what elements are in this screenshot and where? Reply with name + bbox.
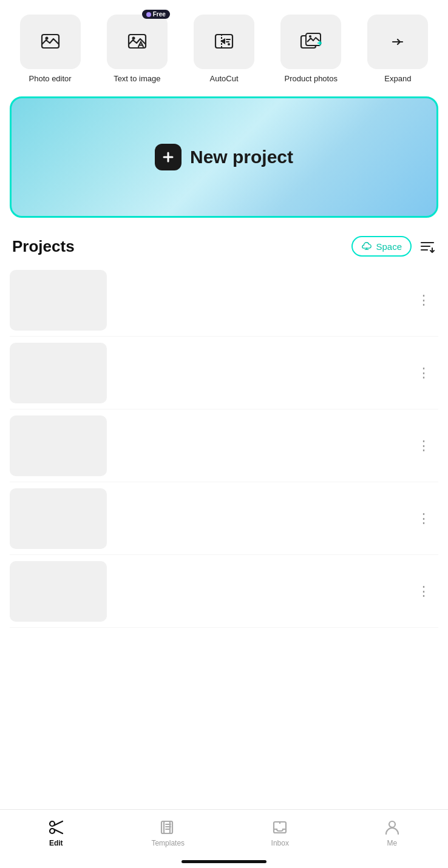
- project-thumbnail-3: [10, 415, 107, 476]
- new-project-label: New project: [190, 147, 293, 167]
- autocut-label: AutoCut: [210, 74, 239, 83]
- expand-icon: [387, 31, 409, 53]
- svg-rect-11: [161, 821, 170, 833]
- project-thumbnail-5: [10, 561, 107, 622]
- expand-icon-box: [367, 15, 428, 69]
- me-icon: [383, 818, 401, 836]
- tool-text-to-image[interactable]: Free Text to image: [97, 15, 177, 83]
- nav-item-templates[interactable]: Templates: [112, 816, 225, 850]
- photo-editor-icon-box: [20, 15, 81, 69]
- table-row: ⋮: [10, 337, 438, 409]
- nav-item-me[interactable]: Me: [336, 816, 449, 850]
- projects-title: Projects: [12, 237, 75, 256]
- product-photos-icon: [300, 31, 322, 53]
- projects-header: Projects Space: [0, 224, 448, 264]
- project-more-button-4[interactable]: ⋮: [412, 507, 436, 530]
- tool-autocut[interactable]: AutoCut: [183, 15, 264, 83]
- nav-item-inbox[interactable]: Inbox: [224, 816, 336, 850]
- product-photos-icon-box: [280, 15, 341, 69]
- photo-editor-label: Photo editor: [29, 74, 72, 83]
- tool-expand[interactable]: Expand: [358, 15, 438, 83]
- cloud-icon: [361, 241, 372, 252]
- project-thumbnail-4: [10, 488, 107, 549]
- text-to-image-icon: [126, 31, 148, 53]
- projects-list: ⋮ ⋮ ⋮ ⋮ ⋮: [0, 264, 448, 628]
- sort-icon: [419, 238, 436, 255]
- table-row: ⋮: [10, 482, 438, 555]
- product-photos-label: Product photos: [284, 74, 337, 83]
- project-more-button-3[interactable]: ⋮: [412, 434, 436, 457]
- space-button-label: Space: [376, 241, 402, 252]
- new-project-section: New project: [0, 90, 448, 224]
- table-row: ⋮: [10, 264, 438, 337]
- svg-point-13: [389, 821, 395, 827]
- svg-point-5: [228, 43, 230, 45]
- autocut-icon: [213, 31, 235, 53]
- space-button[interactable]: Space: [351, 236, 412, 257]
- home-indicator: [182, 860, 266, 863]
- bottom-nav: Edit Templates Inbox Me: [0, 809, 448, 868]
- templates-icon: [159, 818, 177, 836]
- svg-rect-12: [164, 821, 172, 833]
- new-project-button[interactable]: New project: [10, 96, 438, 218]
- autocut-icon-box: [194, 15, 254, 69]
- header-actions: Space: [351, 236, 436, 257]
- table-row: ⋮: [10, 555, 438, 628]
- nav-edit-label: Edit: [49, 839, 63, 847]
- nav-inbox-label: Inbox: [271, 839, 289, 847]
- text-to-image-icon-box: Free: [107, 15, 168, 69]
- expand-label: Expand: [384, 74, 411, 83]
- free-badge: Free: [142, 10, 170, 19]
- tool-photo-editor[interactable]: Photo editor: [10, 15, 90, 83]
- svg-point-8: [309, 35, 311, 38]
- text-to-image-label: Text to image: [114, 74, 160, 83]
- scissors-icon: [47, 818, 65, 836]
- top-toolbar: Photo editor Free Text to image: [0, 0, 448, 90]
- project-thumbnail-2: [10, 343, 107, 403]
- photo-editor-icon: [39, 31, 61, 53]
- svg-point-1: [45, 37, 48, 40]
- sort-button[interactable]: [419, 238, 436, 255]
- inbox-icon: [271, 818, 289, 836]
- tool-product-photos[interactable]: Product photos: [271, 15, 351, 83]
- project-thumbnail-1: [10, 270, 107, 331]
- project-more-button-1[interactable]: ⋮: [412, 289, 436, 312]
- new-project-plus-icon: [155, 144, 182, 170]
- project-more-button-5[interactable]: ⋮: [412, 580, 436, 603]
- project-more-button-2[interactable]: ⋮: [412, 362, 436, 385]
- nav-me-label: Me: [387, 839, 397, 847]
- nav-item-edit[interactable]: Edit: [0, 816, 112, 850]
- nav-templates-label: Templates: [151, 839, 185, 847]
- svg-point-3: [132, 37, 135, 40]
- table-row: ⋮: [10, 409, 438, 482]
